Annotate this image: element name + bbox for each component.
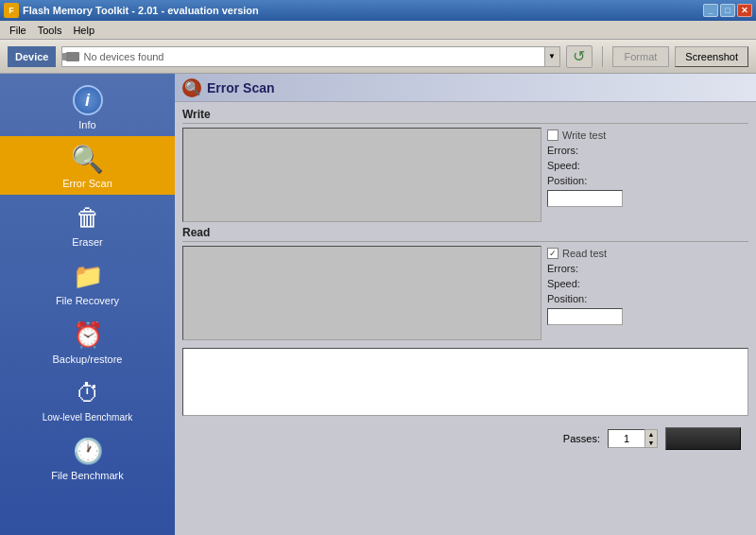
write-row: Write test Errors: Speed: Position: (182, 128, 748, 222)
passes-spinner: ▲ ▼ (644, 429, 658, 448)
device-no-devices: No devices found (83, 51, 163, 62)
file-recovery-icon-wrap: 📁 (71, 259, 105, 293)
sidebar-item-file-recovery[interactable]: 📁 File Recovery (0, 253, 175, 312)
write-section: Write Write test Errors: Speed: (182, 108, 748, 222)
write-speed-label: Speed: (547, 160, 580, 171)
write-errors-label: Errors: (547, 145, 578, 156)
info-icon: i (73, 85, 103, 115)
write-info: Write test Errors: Speed: Position: (547, 128, 748, 222)
log-area (182, 348, 748, 416)
sidebar-label-file-bench: File Benchmark (51, 470, 123, 481)
error-scan-icon-wrap: 🔍 (71, 142, 105, 176)
minimize-button[interactable]: _ (703, 4, 718, 17)
write-position-row: Position: (547, 175, 748, 186)
write-errors-row: Errors: (547, 145, 748, 156)
read-errors-label: Errors: (547, 263, 578, 274)
read-progress-area (182, 246, 541, 340)
sidebar-label-eraser: Eraser (72, 236, 102, 248)
start-button[interactable] (665, 427, 741, 450)
read-speed-row: Speed: (547, 278, 748, 289)
title-bar-left: F Flash Memory Toolkit - 2.01 - evaluati… (4, 3, 259, 18)
write-speed-row: Speed: (547, 160, 748, 171)
backup-icon: ⏰ (73, 320, 103, 350)
close-button[interactable]: ✕ (737, 4, 752, 17)
read-info: Read test Errors: Speed: Position: (547, 246, 748, 340)
read-section-label: Read (182, 226, 748, 239)
sidebar-item-info[interactable]: i Info (0, 78, 175, 136)
write-test-row: Write test (547, 129, 748, 141)
write-progress-area (182, 128, 541, 222)
sidebar: i Info 🔍 Error Scan 🗑 Eraser 📁 File Reco… (0, 74, 175, 535)
passes-input[interactable] (608, 429, 645, 448)
device-dropdown-arrow[interactable]: ▼ (544, 47, 559, 66)
read-divider (182, 241, 748, 242)
file-bench-icon-wrap: 🕐 (71, 434, 105, 468)
write-divider (182, 123, 748, 124)
read-test-checkbox[interactable] (547, 248, 558, 259)
sidebar-label-backup-restore: Backup/restore (53, 354, 123, 365)
content-area: Error Scan Write Write test Errors: (175, 74, 756, 535)
sidebar-label-info: Info (78, 119, 95, 130)
read-position-input-row (547, 308, 748, 325)
device-flash-icon (66, 52, 79, 61)
title-controls: _ □ ✕ (703, 4, 752, 17)
passes-label: Passes: (563, 433, 600, 444)
sidebar-label-error-scan: Error Scan (62, 178, 112, 189)
sidebar-item-error-scan[interactable]: 🔍 Error Scan (0, 136, 175, 195)
read-test-label: Read test (562, 248, 607, 259)
passes-spin-down[interactable]: ▼ (645, 439, 657, 447)
device-combo-inner: No devices found (62, 51, 543, 62)
title-text: Flash Memory Toolkit - 2.01 - evaluation… (23, 5, 259, 16)
sidebar-item-low-level-benchmark[interactable]: ⏱ Low-level Benchmark (0, 371, 175, 428)
passes-spin-up[interactable]: ▲ (645, 430, 657, 439)
read-position-label: Position: (547, 293, 587, 304)
content-title: Error Scan (207, 80, 275, 95)
device-label: Device (8, 46, 56, 67)
read-position-row: Position: (547, 293, 748, 304)
info-icon-wrap: i (71, 83, 105, 117)
eraser-icon-wrap: 🗑 (71, 200, 105, 234)
menu-help[interactable]: Help (67, 23, 100, 38)
write-position-input[interactable] (547, 190, 623, 207)
error-scan-icon: 🔍 (71, 144, 104, 175)
read-position-input[interactable] (547, 308, 623, 325)
toolbar: Device No devices found ▼ ↺ Format Scree… (0, 40, 756, 74)
passes-input-wrap: ▲ ▼ (608, 429, 658, 448)
sidebar-item-backup-restore[interactable]: ⏰ Backup/restore (0, 312, 175, 371)
screenshot-button[interactable]: Screenshot (675, 46, 748, 67)
main-layout: i Info 🔍 Error Scan 🗑 Eraser 📁 File Reco… (0, 74, 756, 535)
read-errors-row: Errors: (547, 263, 748, 274)
sidebar-item-file-benchmark[interactable]: 🕐 File Benchmark (0, 428, 175, 487)
refresh-icon: ↺ (573, 47, 585, 65)
format-button[interactable]: Format (612, 46, 670, 67)
sections: Write Write test Errors: Speed: (175, 102, 756, 535)
file-recovery-icon: 📁 (73, 262, 103, 291)
title-bar: F Flash Memory Toolkit - 2.01 - evaluati… (0, 0, 756, 21)
menu-tools[interactable]: Tools (32, 23, 68, 38)
write-position-input-row (547, 190, 748, 207)
write-position-label: Position: (547, 175, 587, 186)
menu-file[interactable]: File (4, 23, 32, 38)
low-level-icon-wrap: ⏱ (71, 376, 105, 410)
content-header: Error Scan (175, 74, 756, 102)
backup-icon-wrap: ⏰ (71, 318, 105, 352)
read-section: Read Read test Errors: Speed: (182, 226, 748, 340)
write-section-label: Write (182, 108, 748, 121)
eraser-icon: 🗑 (76, 203, 100, 233)
maximize-button[interactable]: □ (720, 4, 735, 17)
sidebar-item-eraser[interactable]: 🗑 Eraser (0, 195, 175, 253)
refresh-button[interactable]: ↺ (566, 45, 593, 68)
app-icon: F (4, 3, 19, 18)
menu-bar: File Tools Help (0, 21, 756, 40)
toolbar-divider (602, 46, 603, 67)
header-icon (182, 78, 201, 97)
sidebar-label-low-level: Low-level Benchmark (43, 412, 133, 423)
write-test-label: Write test (562, 129, 606, 141)
write-test-checkbox[interactable] (547, 129, 558, 141)
low-level-icon: ⏱ (76, 379, 100, 408)
read-test-row: Read test (547, 248, 748, 259)
sidebar-label-file-recovery: File Recovery (56, 295, 119, 306)
file-bench-icon: 🕐 (73, 437, 103, 466)
device-combo[interactable]: No devices found ▼ (61, 46, 559, 67)
read-speed-label: Speed: (547, 278, 580, 289)
